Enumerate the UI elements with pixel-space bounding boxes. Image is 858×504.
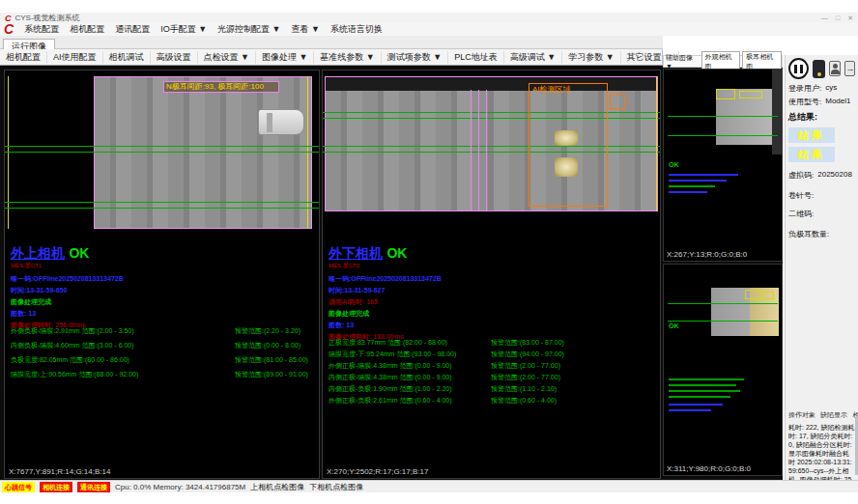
sidebar-button-row: → [788, 57, 855, 80]
frame-line: 图数: 13 [329, 320, 442, 331]
preview-view-top[interactable]: OK X:267;Y:13;R:0;G:0;B:0 [663, 69, 783, 262]
comm-link-badge: 通讯连接 [77, 482, 110, 492]
left-camera-view[interactable]: N极耳间距:93, 极耳间距:100 外上相机 OK MES:发CT1 唯一码:… [4, 70, 320, 479]
measurement-row: 内侧正极-隔膜:4.38mm 范围:(0.00 - 9.00)预警范围:(2.0… [329, 373, 660, 382]
minimize-icon[interactable]: — [821, 14, 828, 22]
text-line-abstract [669, 191, 707, 193]
measurement-row: 隔膜宽度-下:95.24mm 范围:(93.00 - 98.00)预警范围:(9… [329, 350, 660, 359]
bottom-tab-operation[interactable]: 操作对象 [788, 410, 815, 420]
left-result-overlay: 外上相机 OK MES:发CT1 唯一码:OFFline202502081331… [11, 244, 124, 331]
logout-icon-button[interactable]: → [844, 61, 855, 76]
guide-line-green [5, 146, 319, 147]
brand-logo-icon: C [4, 23, 14, 36]
mes-line: MES:发CT1 [11, 263, 124, 269]
winding-needle-row: 卷针号: [788, 190, 855, 201]
window-title: CYS-视觉检测系统 [15, 13, 80, 23]
toolbar-learning-params[interactable]: 学习参数 ▼ [562, 51, 620, 64]
ai-detect-sub-box [610, 94, 625, 109]
measurement-row: 负极宽度:82.05mm 范围:(80.00 - 86.00)预警范围:(81.… [11, 355, 319, 365]
maximize-icon[interactable]: □ [836, 14, 840, 22]
text-line-abstract [669, 185, 715, 187]
left-camera-image [94, 76, 312, 229]
cursor-coordinates: X:267;Y:13;R:0;G:0;B:0 [667, 250, 747, 259]
guide-line-green [323, 112, 660, 113]
menu-item-comm-config[interactable]: 通讯配置 [115, 23, 150, 36]
menu-item-camera-config[interactable]: 相机配置 [70, 23, 104, 36]
text-line-abstract [669, 404, 723, 406]
toolbar-spot-check[interactable]: 点检设置 ▼ [198, 51, 256, 64]
camera-title: 外上相机 [11, 245, 65, 261]
uid-line: 唯一码:OFFline2025020813313472B [11, 273, 124, 285]
total-result-label: 总结果: [788, 111, 855, 124]
image-edge-band [772, 70, 782, 154]
toolbar: 相机配置 AI使用配置 相机调试 高级设置 点检设置 ▼ 图像处理 ▼ 基准线参… [0, 49, 663, 66]
right-camera-view[interactable]: AI检测区域 外下相机 OK MES:发CT0 唯一码:OFFline20250… [322, 70, 661, 479]
lower-camera-image-link[interactable]: 下相机点检图像 [309, 482, 363, 492]
menu-item-light-config[interactable]: 光源控制配置 ▼ [217, 23, 280, 36]
uid-line: 唯一码:OFFline2025020813313472B [329, 273, 442, 285]
toolbar-image-processing[interactable]: 图像处理 ▼ [256, 51, 314, 64]
toolbar-camera-debug[interactable]: 相机调试 [103, 51, 151, 64]
status-ok: OK [669, 161, 679, 168]
menu-item-system-config[interactable]: 系统配置 [24, 23, 59, 36]
tab-blob [555, 157, 578, 177]
measurement-row: 内侧负极-隔膜:4.60mm 范围:(3.00 - 6.00)预警范围:(0.0… [11, 341, 319, 350]
guide-line-green [323, 146, 660, 147]
toolbar-baseline-params[interactable]: 基准线参数 ▼ [314, 51, 381, 64]
camera-title: 外下相机 [329, 245, 383, 261]
menu-item-view[interactable]: 查看 ▼ [291, 23, 319, 36]
text-line-abstract [669, 409, 711, 411]
text-line-abstract [669, 390, 740, 392]
cursor-coordinates: X:270;Y:2502;R:17;G:17;B:17 [327, 467, 428, 476]
pause-button[interactable] [788, 58, 809, 79]
guide-line-green [668, 303, 778, 304]
camera-device-button[interactable] [813, 60, 825, 78]
qr-code-row: 二维码: [788, 209, 855, 219]
preview-view-bottom[interactable]: OK X:311;Y:980;R:0;G:0;B:0 [663, 264, 783, 476]
toolbar-advanced-debug[interactable]: 高级调试 ▼ [504, 51, 562, 64]
roi-label-box: N极耳间距:93, 极耳间距:100 [163, 81, 279, 93]
right-camera-image [325, 76, 658, 211]
toolbar-test-item-params[interactable]: 测试项参数 ▼ [382, 51, 448, 64]
close-icon[interactable]: ✕ [847, 14, 853, 22]
toolbar-advanced-settings[interactable]: 高级设置 [151, 51, 198, 64]
status-bar: 心跳信号 相机连接 通讯连接 Cpu: 0.0% Memory: 3424.41… [0, 480, 858, 492]
negative-tab-count-row: 负极耳数量: [788, 229, 855, 239]
status-ok: OK [386, 245, 407, 261]
ai-cost-line: 调用AI耗时: 165 [329, 296, 442, 308]
roi-marker [745, 290, 760, 299]
toolbar-camera-config[interactable]: 相机配置 [0, 51, 47, 64]
guide-line-green [323, 118, 660, 119]
login-user-value[interactable]: cys [825, 83, 837, 94]
result-box-1: 结果 [788, 127, 835, 143]
menu-item-io-config[interactable]: IO手配置 ▼ [160, 23, 207, 36]
model-value[interactable]: Model1 [825, 97, 850, 107]
measurement-row: 外侧负极-隔膜:2.91mm 范围:(2.00 - 3.50)预警范围:(2.2… [11, 326, 319, 336]
cpu-memory-text: Cpu: 0.0% Memory: 3424.41796875M [115, 483, 245, 491]
preview-image-selector[interactable]: 辅助图像 ▼ [666, 53, 700, 70]
guide-line-green [5, 202, 319, 203]
text-line-abstract [669, 378, 744, 380]
upper-camera-image-link[interactable]: 上相机点检图像 [250, 482, 304, 492]
bottom-tab-defect[interactable]: 缺陷显示 [820, 410, 847, 420]
time-line: 时间:13-31-59-627 [329, 285, 442, 296]
user-icon-button[interactable] [829, 61, 840, 76]
mes-line: MES:发CT0 [329, 263, 442, 269]
right-sidebar: → 登录用户: cys 使用型号: Model1 总结果: 结果 结果 虚拟码:… [785, 55, 858, 480]
model-row: 使用型号: Model1 [788, 97, 855, 107]
ai-region-label: AI检测区域 [532, 84, 571, 95]
toolbar-plc-address[interactable]: PLC地址表 [448, 51, 504, 64]
heartbeat-badge: 心跳信号 [2, 482, 35, 492]
guide-line-magenta [478, 90, 479, 211]
text-line-abstract [669, 180, 727, 182]
roi-marker [716, 89, 735, 99]
app-window: C CYS-视觉检测系统 — □ ✕ C 系统配置 相机配置 通讯配置 IO手配… [0, 0, 858, 504]
guide-line-green [5, 152, 319, 153]
toolbar-ai-usage-config[interactable]: AI使用配置 [47, 51, 103, 64]
menu-item-language-switch[interactable]: 系统语言切换 [330, 23, 383, 36]
login-user-row: 登录用户: cys [788, 83, 855, 94]
probe-connector-shape [258, 109, 304, 135]
done-line: 图像处理完成 [11, 296, 124, 308]
preview-column: 辅助图像 ▼ 外观相机图 极耳相机图 OK X:267;Y:13;R:0;G:0… [663, 55, 783, 480]
roi-marker [739, 91, 762, 98]
